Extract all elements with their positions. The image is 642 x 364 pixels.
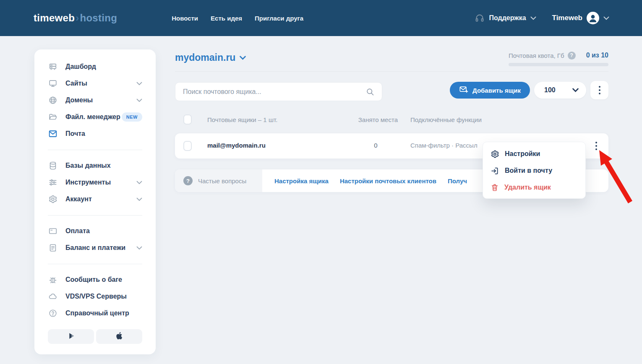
sidebar-item-label: Аккаунт <box>65 195 92 203</box>
chevron-down-icon <box>136 198 142 201</box>
quota-help-icon[interactable]: ? <box>568 52 576 60</box>
kebab-icon <box>599 86 600 88</box>
faq-link-mail-clients[interactable]: Настройки почтовых клиентов <box>340 177 436 185</box>
account-menu[interactable]: Timeweb <box>552 12 609 24</box>
mail-plus-icon <box>459 85 468 96</box>
page-title: mydomain.ru <box>175 52 235 63</box>
logo-product: hosting <box>80 12 117 23</box>
sidebar-item-label: Оплата <box>65 227 90 235</box>
row-kebab-menu-button[interactable] <box>589 138 604 153</box>
chevron-down-icon <box>572 88 579 92</box>
google-play-icon <box>66 331 76 342</box>
sidebar-item-label: Сообщить о баге <box>65 276 122 283</box>
domain-selector[interactable]: mydomain.ru <box>175 52 246 63</box>
mailbox-context-menu: Настройки Войти в почту Удалить ящик <box>483 142 586 199</box>
mailbox-table-header: Почтовые ящики – 1 шт. Занято места Подк… <box>175 114 608 125</box>
context-menu-item-label: Удалить ящик <box>504 184 551 191</box>
top-nav: Новости Есть идея Пригласи друга <box>172 15 303 22</box>
search-input[interactable] <box>183 88 366 96</box>
mail-icon <box>48 129 58 138</box>
sidebar-item-payment[interactable]: Оплата <box>48 223 142 239</box>
main-content: mydomain.ru Почтовая квота, Гб ? 0 из 10 <box>175 49 608 71</box>
sidebar-item-label: Домены <box>65 96 93 104</box>
sidebar-item-label: Баланс и платежи <box>65 244 125 252</box>
quota-label: Почтовая квота, Гб <box>509 52 564 59</box>
sidebar-divider <box>48 264 142 264</box>
logo-separator: › <box>75 12 80 23</box>
add-mailbox-button[interactable]: Добавить ящик <box>450 82 530 99</box>
search-icon[interactable] <box>366 88 374 96</box>
document-icon <box>48 243 58 252</box>
headphones-icon <box>475 13 485 23</box>
app-store-buttons <box>48 329 142 344</box>
login-icon <box>491 166 499 175</box>
gear-icon <box>491 150 499 159</box>
support-menu[interactable]: Поддержка <box>475 13 536 23</box>
sidebar-item-account[interactable]: Аккаунт <box>48 191 142 208</box>
sidebar-item-label: Базы данных <box>65 162 111 169</box>
select-all-checkbox[interactable] <box>183 114 192 125</box>
cloud-icon <box>48 292 58 301</box>
sidebar-item-label: Справочный центр <box>65 309 129 317</box>
timeweb-logo[interactable]: timeweb›hosting <box>34 12 117 24</box>
sidebar-item-help-center[interactable]: Справочный центр <box>48 305 142 322</box>
faq-links: Настройка ящика Настройки почтовых клиен… <box>262 177 467 185</box>
sidebar-item-tools[interactable]: Инструменты <box>48 174 142 191</box>
nav-idea[interactable]: Есть идея <box>211 15 242 22</box>
new-badge: NEW <box>122 112 142 122</box>
faq-link-mailbox-setup[interactable]: Настройка ящика <box>274 177 329 185</box>
sidebar-item-databases[interactable]: Базы данных <box>48 157 142 174</box>
sidebar-item-file-manager[interactable]: Файл. менеджер NEW <box>48 109 142 125</box>
page-size-select[interactable]: 100 <box>534 82 586 99</box>
sidebar-item-label: Файл. менеджер <box>65 113 120 121</box>
sidebar-item-label: Почта <box>65 130 85 138</box>
column-header-space: Занято места <box>354 116 398 123</box>
mailbox-email: mail@mydomain.ru <box>207 142 266 149</box>
gear-icon <box>48 195 58 204</box>
list-kebab-menu-button[interactable] <box>590 81 608 99</box>
context-menu-login-to-mail[interactable]: Войти в почту <box>483 162 585 179</box>
chevron-down-icon <box>603 16 609 20</box>
topbar-right: Поддержка Timeweb <box>475 12 609 24</box>
logo-brand: timeweb <box>34 12 75 23</box>
faq-section: ? Частые вопросы <box>175 169 262 192</box>
sliders-icon <box>48 178 58 187</box>
sidebar-item-dashboard[interactable]: Дашборд <box>48 58 142 75</box>
app-store-button[interactable] <box>96 329 142 344</box>
mailbox-features: Спам-фильтр · Рассыл <box>410 142 478 149</box>
chevron-down-icon <box>240 56 246 60</box>
context-menu-settings[interactable]: Настройки <box>483 146 585 162</box>
chevron-down-icon <box>136 246 142 250</box>
sidebar-item-label: VDS/VPS Серверы <box>65 293 127 300</box>
sidebar-item-mail[interactable]: Почта <box>48 125 142 142</box>
globe-icon <box>48 96 58 105</box>
quota-progress-bar <box>509 63 608 66</box>
sidebar-item-sites[interactable]: Сайты <box>48 75 142 92</box>
context-menu-delete-mailbox[interactable]: Удалить ящик <box>483 179 585 196</box>
database-icon <box>48 161 58 170</box>
nav-invite-friend[interactable]: Пригласи друга <box>255 15 303 22</box>
faq-label: Частые вопросы <box>198 177 246 185</box>
context-menu-item-label: Войти в почту <box>505 167 552 174</box>
chevron-down-icon <box>136 82 142 86</box>
sidebar-item-label: Сайты <box>65 80 87 87</box>
bug-icon <box>48 275 58 284</box>
sidebar-divider <box>48 150 142 150</box>
add-mailbox-label: Добавить ящик <box>472 87 521 94</box>
quota-value: 0 из 10 <box>586 52 608 59</box>
sidebar-item-balance[interactable]: Баланс и платежи <box>48 239 142 256</box>
faq-link-truncated[interactable]: Получ <box>448 177 467 185</box>
mailbox-search <box>175 82 382 101</box>
sidebar-divider <box>48 215 142 216</box>
sidebar-item-vds-servers[interactable]: VDS/VPS Серверы <box>48 288 142 305</box>
mail-quota: Почтовая квота, Гб ? 0 из 10 <box>509 50 608 66</box>
google-play-button[interactable] <box>48 329 94 344</box>
kebab-icon <box>595 142 597 143</box>
nav-news[interactable]: Новости <box>172 15 198 22</box>
account-name: Timeweb <box>552 14 582 22</box>
sidebar-item-domains[interactable]: Домены <box>48 92 142 109</box>
question-circle-icon <box>48 309 58 318</box>
row-checkbox[interactable] <box>183 141 192 151</box>
sidebar-item-report-bug[interactable]: Сообщить о баге <box>48 271 142 288</box>
chevron-down-icon <box>136 181 142 185</box>
